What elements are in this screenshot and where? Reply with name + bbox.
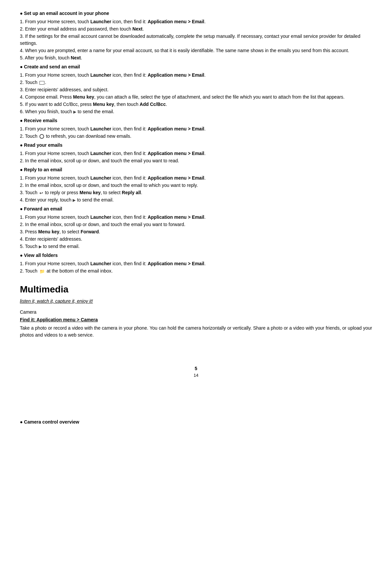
reply-step-3: 3. Touch ↩ to reply or press Menu key, t… (20, 189, 372, 196)
viewfolders-bullet: ● View all folders (20, 252, 372, 259)
read-step-1: 1. From your Home screen, touch Launcher… (20, 150, 372, 157)
forward-step-2: 2. In the email inbox, scroll up or down… (20, 221, 372, 228)
setup-step-5: 5. After you finish, touch Next. (20, 54, 372, 61)
reply-step-4: 4. Enter your reply, touch ▶ to send the… (20, 197, 372, 203)
viewfolders-title: View all folders (24, 253, 58, 258)
page-alt-number: 14 (20, 372, 372, 379)
create-step-3: 3. Enter recipients' addresses, and subj… (20, 86, 372, 93)
setup-bullet-marker: ● (20, 11, 24, 16)
create-step-6: 6. When you finish, touch ▶ to send the … (20, 108, 372, 115)
forward-step-3: 3. Press Menu key, to select Forward. (20, 228, 372, 235)
camera-label: Camera (20, 309, 372, 316)
setup-bullet: ● Set up an email account in your phone (20, 10, 372, 17)
reply-section: ● Reply to an email 1. From your Home sc… (20, 166, 372, 203)
page-content: ● Set up an email account in your phone … (20, 10, 372, 426)
forward-bullet-marker: ● (20, 206, 24, 211)
setup-title: Set up an email account in your phone (24, 11, 109, 16)
forward-step-4: 4. Enter recipients' addresses. (20, 236, 372, 243)
multimedia-section: Multimedia listen it, watch it, capture … (20, 282, 372, 339)
create-step-5: 5. If you want to add Cc/Bcc, press Menu… (20, 101, 372, 108)
multimedia-subheading: listen it, watch it, capture it, enjoy i… (20, 298, 372, 305)
create-step-1: 1. From your Home screen, touch Launcher… (20, 72, 372, 79)
reply-title: Reply to an email (24, 167, 62, 172)
send-icon-1: ▶ (73, 109, 76, 115)
camera-block: Camera Find it: Application menu > Camer… (20, 309, 372, 339)
multimedia-heading: Multimedia (20, 282, 372, 296)
send-icon-2: ▶ (73, 197, 76, 203)
create-bullet-marker: ● (20, 64, 24, 69)
create-title: Create and send an email (24, 64, 80, 69)
folder-icon: 📁 (39, 268, 45, 275)
reply-step-2: 2. In the email inbox, scroll up or down… (20, 182, 372, 189)
setup-section: ● Set up an email account in your phone … (20, 10, 372, 61)
receive-bullet: ● Receive emails (20, 117, 372, 124)
camera-overview: ● Camera control overview (20, 419, 372, 426)
read-section: ● Read your emails 1. From your Home scr… (20, 142, 372, 164)
setup-step-3: 3. If the settings for the email account… (20, 33, 372, 47)
forward-title: Forward an email (24, 206, 62, 211)
setup-step-2: 2. Enter your email address and password… (20, 26, 372, 33)
camera-find: Find it: Application menu > Camera (20, 316, 372, 323)
viewfolders-bullet-marker: ● (20, 253, 24, 258)
viewfolders-step-1: 1. From your Home screen, touch Launcher… (20, 260, 372, 267)
create-step-2: 2. Touch . (20, 79, 372, 86)
reply-bullet: ● Reply to an email (20, 166, 372, 173)
setup-step-1: 1. From your Home screen, touch Launcher… (20, 18, 372, 25)
receive-title: Receive emails (24, 118, 57, 123)
forward-step-1: 1. From your Home screen, touch Launcher… (20, 214, 372, 221)
viewfolders-step-2: 2. Touch 📁 at the bottom of the email in… (20, 268, 372, 275)
camera-desc: Take a photo or record a video with the … (20, 325, 372, 339)
read-bullet-marker: ● (20, 142, 24, 148)
read-title: Read your emails (24, 142, 62, 148)
create-bullet: ● Create and send an email (20, 63, 372, 70)
viewfolders-section: ● View all folders 1. From your Home scr… (20, 252, 372, 275)
reply-step-1: 1. From your Home screen, touch Launcher… (20, 175, 372, 182)
create-step-4: 4. Compose email. Press Menu key, you ca… (20, 94, 372, 101)
create-section: ● Create and send an email 1. From your … (20, 63, 372, 115)
receive-bullet-marker: ● (20, 118, 24, 123)
forward-section: ● Forward an email 1. From your Home scr… (20, 205, 372, 250)
reply-bullet-marker: ● (20, 167, 24, 172)
receive-step-1: 1. From your Home screen, touch Launcher… (20, 125, 372, 132)
send-icon-3: ▶ (39, 244, 42, 250)
setup-step-4: 4. When you are prompted, enter a name f… (20, 47, 372, 54)
reply-icon: ↩ (39, 190, 43, 197)
read-bullet: ● Read your emails (20, 142, 372, 149)
forward-step-5: 5. Touch ▶ to send the email. (20, 243, 372, 250)
page-number: 5 (20, 365, 372, 372)
forward-bullet: ● Forward an email (20, 205, 372, 212)
read-step-2: 2. In the email inbox, scroll up or down… (20, 157, 372, 164)
receive-step-2: 2. Touch to refresh, you can download ne… (20, 133, 372, 140)
refresh-icon (39, 134, 44, 139)
receive-section: ● Receive emails 1. From your Home scree… (20, 117, 372, 140)
page-footer: 5 14 (20, 365, 372, 379)
compose-icon (39, 81, 44, 85)
